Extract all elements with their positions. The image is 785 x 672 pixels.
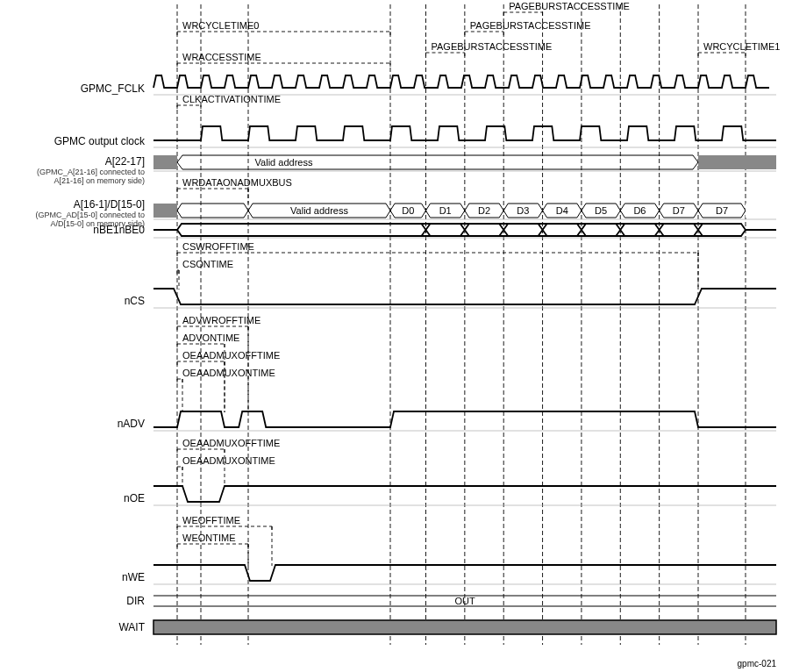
svg-text:D7: D7 [716,205,728,216]
wrcycletime0: WRCYCLETIME0 [182,20,259,31]
svg-rect-59 [746,204,776,218]
label-nadv: nADV [118,418,145,430]
svg-text:Valid address: Valid address [255,157,313,168]
svg-text:D2: D2 [478,205,490,216]
svg-text:OUT: OUT [454,596,475,606]
label-wait: WAIT [118,621,145,633]
oeaadmuxontime: OEAADMUXONTIME [182,368,275,378]
oeaadmuxontime2: OEAADMUXONTIME [182,455,275,466]
weofftime: WEOFFTIME [182,515,240,525]
svg-text:(GPMC_AD[15-0] connected to: (GPMC_AD[15-0] connected to [35,211,145,219]
clkactivationtime: CLKACTIVATIONTIME [182,94,281,104]
svg-rect-38 [153,155,177,169]
advontime: ADVONTIME [182,332,239,343]
cswrofftime: CSWROFFTIME [182,241,254,252]
svg-text:D0: D0 [402,205,414,216]
svg-rect-39 [698,155,776,169]
svg-rect-48 [153,204,177,218]
wrdataonadmuxbus: WRDATAONADMUXBUS [182,177,292,188]
label-ncs: nCS [125,295,145,307]
csontime: CSONTIME [182,259,233,269]
label-dir: DIR [126,595,145,607]
timing-diagram: PAGEBURSTACCESSTIMEPAGEBURSTACCESSTIMEWR… [0,0,785,672]
advwrofftime: ADVWROFFTIME [182,315,260,325]
label-a-lo: A[16-1]/D[15-0] [74,198,145,211]
svg-text:D6: D6 [633,205,646,216]
svg-text:D4: D4 [556,205,568,216]
figure-id: gpmc-021 [738,659,777,668]
svg-text:A[21-16] on memory side): A[21-16] on memory side) [54,176,145,185]
label-gpmc-fclk: GPMC_FCLK [81,82,145,95]
svg-rect-109 [153,620,776,634]
wraccesstime: WRACCESSTIME [182,52,261,62]
svg-text:D3: D3 [517,205,529,216]
pageburst1: PAGEBURSTACCESSTIME [432,41,553,52]
pageburst2: PAGEBURSTACCESSTIME [470,20,591,31]
weontime: WEONTIME [182,533,236,543]
svg-text:D7: D7 [673,205,685,216]
oeaadmuxofftime2: OEAADMUXOFFTIME [182,438,280,448]
label-nwe: nWE [122,571,145,583]
svg-text:D5: D5 [595,205,607,216]
label-a-hi: A[22-17] [105,155,145,168]
pageburst3: PAGEBURSTACCESSTIME [509,1,630,11]
svg-text:D1: D1 [439,205,452,216]
svg-text:(GPMC_A[21-16] connected to: (GPMC_A[21-16] connected to [37,168,145,176]
wrcycletime1: WRCYCLETIME1 [703,41,780,52]
label-gpmc-outclk: GPMC output clock [54,135,146,147]
svg-text:Valid address: Valid address [290,205,348,216]
oeaadmuxofftime: OEAADMUXOFFTIME [182,350,280,361]
label-noe: nOE [124,492,145,504]
label-nbe: nBE1nBE0 [93,224,145,236]
